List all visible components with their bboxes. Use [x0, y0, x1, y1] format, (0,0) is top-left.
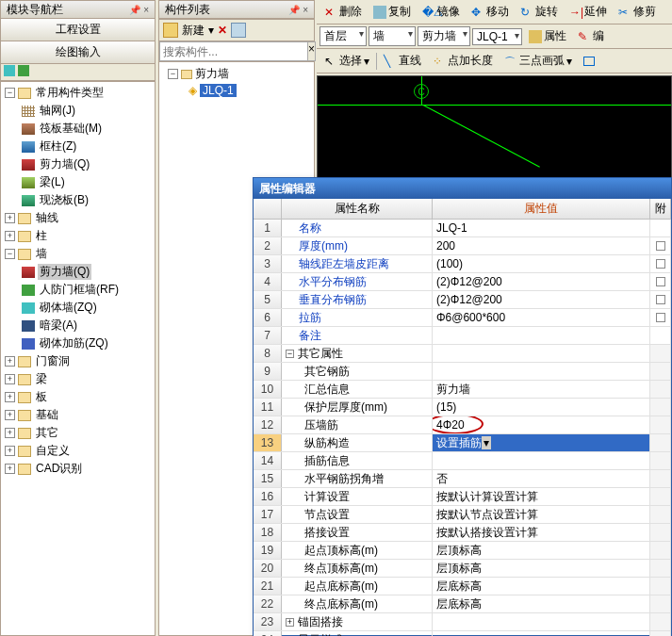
tree-cat[interactable]: 板: [34, 389, 49, 405]
move-button[interactable]: ✥移动: [467, 1, 514, 23]
property-ext[interactable]: [650, 452, 671, 469]
mid-tree-root[interactable]: 剪力墙: [195, 66, 229, 82]
type1-combo[interactable]: 墙: [369, 26, 416, 46]
property-row[interactable]: 9其它钢筋: [254, 363, 671, 381]
property-row[interactable]: 8−其它属性: [254, 345, 671, 363]
property-row[interactable]: 14插筋信息: [254, 452, 671, 470]
property-row[interactable]: 3轴线距左墙皮距离(100): [254, 255, 671, 273]
tree-item[interactable]: 框柱(Z): [38, 139, 78, 155]
property-value[interactable]: 层底标高: [433, 578, 650, 595]
property-ext[interactable]: [650, 220, 671, 236]
mid-tree-item-selected[interactable]: JLQ-1: [200, 84, 237, 97]
delete-button[interactable]: ✕删除: [320, 1, 367, 23]
property-value[interactable]: 按默认搭接设置计算: [433, 524, 650, 541]
link2-icon[interactable]: [18, 65, 29, 76]
tree-cat[interactable]: 基础: [34, 407, 60, 423]
tree-item[interactable]: 轴网(J): [38, 103, 77, 119]
property-row[interactable]: 1名称JLQ-1: [254, 220, 671, 237]
search-input[interactable]: [159, 41, 308, 61]
type2-combo[interactable]: 剪力墙: [418, 26, 470, 46]
tree-item[interactable]: 剪力墙(Q): [38, 156, 91, 172]
property-ext[interactable]: [650, 309, 671, 326]
tree-item[interactable]: 砌体墙(ZQ): [38, 300, 99, 316]
drawing-canvas[interactable]: C: [317, 75, 672, 179]
expand-icon[interactable]: +: [5, 356, 15, 367]
property-value[interactable]: [433, 613, 650, 630]
expand-icon[interactable]: +: [5, 464, 15, 474]
property-value[interactable]: 200: [433, 237, 650, 254]
property-ext[interactable]: [650, 381, 671, 398]
property-ext[interactable]: [650, 578, 671, 595]
property-ext[interactable]: [650, 273, 671, 290]
property-value[interactable]: (2)Φ12@200: [433, 291, 650, 308]
component-type-tree[interactable]: −常用构件类型 轴网(J) 筏板基础(M) 框柱(Z) 剪力墙(Q) 梁(L) …: [0, 81, 156, 636]
property-row[interactable]: 5垂直分布钢筋(2)Φ12@200: [254, 291, 671, 309]
property-row[interactable]: 2厚度(mm)200: [254, 237, 671, 255]
property-value[interactable]: [433, 345, 650, 362]
property-row[interactable]: 24+显示样式: [254, 631, 671, 636]
collapse-icon[interactable]: −: [5, 88, 15, 98]
property-ext[interactable]: [650, 291, 671, 308]
property-row[interactable]: 19起点顶标高(m)层顶标高: [254, 542, 671, 560]
property-row[interactable]: 15水平钢筋拐角增否: [254, 470, 671, 488]
property-ext[interactable]: [650, 363, 671, 380]
property-value[interactable]: 按默认计算设置计算: [433, 488, 650, 505]
collapse-icon[interactable]: −: [5, 249, 15, 259]
property-value[interactable]: [433, 452, 650, 469]
tree-cat[interactable]: CAD识别: [34, 461, 84, 477]
property-row[interactable]: 6拉筋Φ6@600*600: [254, 309, 671, 327]
tree-cat[interactable]: 门窗洞: [34, 353, 72, 369]
property-ext[interactable]: [650, 237, 671, 254]
pin-icon[interactable]: 📌 ×: [288, 5, 308, 15]
property-row[interactable]: 22终点底标高(m)层底标高: [254, 595, 671, 613]
property-ext[interactable]: [650, 255, 671, 272]
tree-item[interactable]: 暗梁(A): [38, 318, 79, 334]
select-button[interactable]: ↖选择 ▾: [320, 50, 374, 72]
tree-cat[interactable]: 柱: [34, 228, 49, 244]
property-button[interactable]: 属性: [524, 25, 571, 47]
property-value[interactable]: 剪力墙: [433, 381, 650, 398]
property-row[interactable]: 7备注: [254, 327, 671, 345]
extend-button[interactable]: →|延伸: [565, 1, 612, 23]
property-value[interactable]: Φ6@600*600: [433, 309, 650, 326]
property-row[interactable]: 4水平分布钢筋(2)Φ12@200: [254, 273, 671, 291]
tree-cat[interactable]: 轴线: [34, 210, 60, 226]
expand-icon[interactable]: +: [5, 428, 15, 438]
dropdown-arrow-icon[interactable]: ▾: [208, 24, 214, 37]
property-row[interactable]: 16计算设置按默认计算设置计算: [254, 488, 671, 506]
arc-button[interactable]: ⌒三点画弧 ▾: [500, 50, 577, 72]
link-icon[interactable]: [4, 65, 15, 76]
tree-item[interactable]: 筏板基础(M): [38, 121, 104, 137]
expand-icon[interactable]: +: [5, 410, 15, 420]
tree-cat[interactable]: 其它: [34, 425, 60, 441]
property-ext[interactable]: [650, 327, 671, 344]
property-row[interactable]: 17节点设置按默认节点设置计算: [254, 506, 671, 524]
tree-item[interactable]: 人防门框墙(RF): [38, 282, 121, 298]
expand-icon[interactable]: +: [5, 374, 15, 384]
property-value[interactable]: (100): [433, 255, 650, 272]
property-value[interactable]: 设置插筋: [433, 434, 650, 451]
property-ext[interactable]: [650, 613, 671, 630]
expand-icon[interactable]: +: [5, 446, 15, 456]
pin-icon[interactable]: 📌 ×: [129, 5, 149, 15]
property-value[interactable]: 层底标高: [433, 595, 650, 612]
property-ext[interactable]: [650, 595, 671, 612]
expand-icon[interactable]: +: [5, 231, 15, 241]
property-value[interactable]: (15): [433, 399, 650, 416]
property-value[interactable]: 否: [433, 470, 650, 487]
property-row[interactable]: 23+锚固搭接: [254, 613, 671, 631]
mirror-button[interactable]: �⧊镜像: [418, 1, 465, 23]
chevron-down-icon[interactable]: ▾: [566, 55, 572, 68]
property-row[interactable]: 18搭接设置按默认搭接设置计算: [254, 524, 671, 542]
copy-button[interactable]: 复制: [369, 1, 416, 23]
property-value[interactable]: 按默认节点设置计算: [433, 506, 650, 523]
tree-item[interactable]: 梁(L): [38, 174, 67, 190]
delete-icon[interactable]: ✕: [218, 24, 227, 37]
edit-button[interactable]: ✎编: [573, 25, 609, 47]
property-ext[interactable]: [650, 434, 671, 451]
property-ext[interactable]: [650, 560, 671, 577]
trim-button[interactable]: ✂修剪: [614, 1, 661, 23]
property-ext[interactable]: [650, 524, 671, 541]
tree-item[interactable]: 砌体加筋(ZQ): [38, 335, 110, 351]
property-ext[interactable]: [650, 470, 671, 487]
